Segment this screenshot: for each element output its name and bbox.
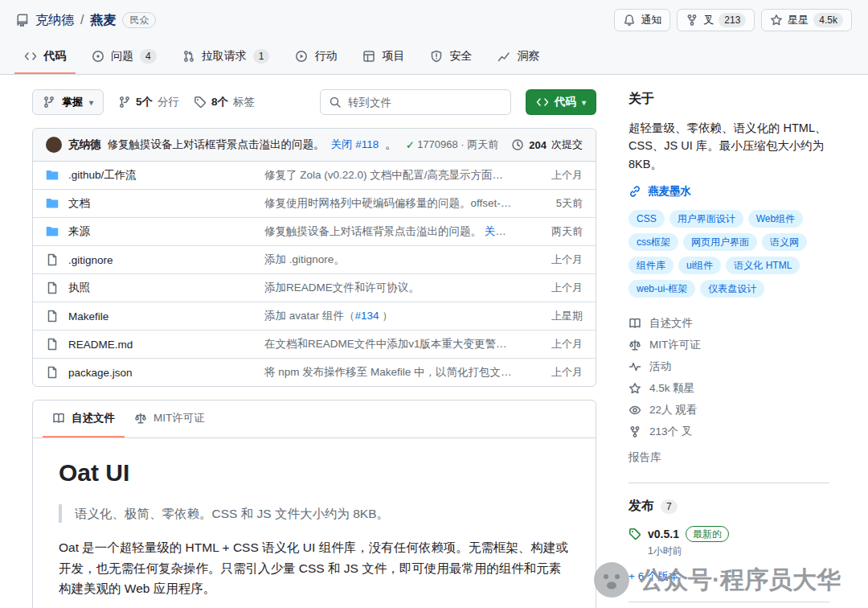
sidebar-item-forks[interactable]: 213个 叉 — [628, 421, 829, 442]
history-icon — [511, 138, 524, 151]
issues-count: 4 — [140, 49, 157, 64]
tab-insights[interactable]: 洞察 — [488, 40, 549, 74]
tab-issues[interactable]: 问题 4 — [82, 40, 166, 74]
topic-pill[interactable]: css框架 — [628, 233, 678, 251]
commit-author-link[interactable]: 克纳德 — [68, 138, 101, 152]
website-link[interactable]: 燕麦墨水 — [628, 184, 829, 199]
about-section: 关于 超轻量级、零依赖、语义化的 HTML、CSS、JS UI 库。最小压缩包大… — [628, 91, 829, 483]
commit-history-link[interactable]: 204 次提交 — [511, 138, 583, 152]
tab-license[interactable]: MIT许可证 — [125, 401, 215, 438]
go-to-file-search[interactable] — [320, 89, 511, 115]
row-commit-message[interactable]: 在文档和README文件中添加v1版本重大变更警告。 — [264, 338, 514, 350]
row-commit-message[interactable]: 添加 .gitignore。 — [264, 253, 345, 265]
repo-nav: 代码 问题 4 拉取请求 1 行动 项目 安全 洞察 — [0, 40, 868, 75]
commit-hash-time[interactable]: 1770968 · 两天前 — [417, 138, 498, 152]
file-toolbar: 掌握 ▾ 5个 分行 8个 标签 — [32, 89, 596, 115]
row-time: 上个月 — [514, 281, 583, 295]
folder-icon — [46, 225, 59, 238]
branch-icon — [118, 96, 131, 109]
topic-pill[interactable]: 组件库 — [628, 257, 674, 274]
file-name-link[interactable]: .gitignore — [68, 254, 113, 266]
table-row: .gitignore 添加 .gitignore。 上个月 — [33, 245, 596, 273]
file-name-link[interactable]: 来源 — [68, 224, 90, 239]
repo-name-link[interactable]: 燕麦 — [90, 12, 116, 29]
release-version[interactable]: v0.5.1 — [648, 528, 679, 540]
file-name-link[interactable]: 文档 — [68, 196, 90, 211]
sidebar-item-label: 活动 — [649, 359, 671, 374]
branches-link[interactable]: 5个 分行 — [118, 95, 179, 109]
row-commit-link[interactable]: 关闭 #118 — [485, 225, 514, 237]
star-label: 星星 — [788, 13, 809, 27]
tab-label: 问题 — [111, 49, 133, 64]
sidebar-item-watching[interactable]: 22人 观看 — [628, 399, 829, 421]
commit-message-link[interactable]: 修复触摸设备上对话框背景点击溢出的问题。 — [108, 138, 325, 152]
file-name-link[interactable]: README.md — [68, 339, 133, 351]
tab-security[interactable]: 安全 — [420, 40, 481, 74]
check-icon[interactable]: ✓ — [406, 138, 415, 151]
fork-button[interactable]: 叉 213 — [677, 9, 755, 31]
notifications-button[interactable]: 通知 — [614, 9, 670, 31]
readme-quote: 语义化、极简、零依赖。CSS 和 JS 文件大小约为 8KB。 — [59, 504, 570, 523]
breadcrumb-separator: / — [80, 13, 84, 27]
table-row: 执照 添加README文件和许可协议。 上个月 — [33, 273, 596, 302]
code-button-label: 代码 — [555, 95, 576, 109]
file-name-link[interactable]: package.json — [68, 367, 133, 379]
topic-pill[interactable]: CSS — [628, 210, 665, 228]
tags-link[interactable]: 8个 标签 — [194, 95, 255, 109]
readme-title: Oat UI — [59, 459, 570, 487]
report-repository-link[interactable]: 报告库 — [628, 450, 829, 465]
topic-pill[interactable]: 语义化 HTML — [726, 257, 800, 274]
row-commit-link[interactable]: #134 — [355, 310, 379, 322]
sidebar-item-readme[interactable]: 自述文件 — [628, 312, 829, 334]
row-time: 上个月 — [514, 253, 583, 267]
avatar[interactable] — [46, 137, 62, 153]
go-to-file-input[interactable] — [348, 97, 502, 109]
law-icon — [134, 412, 147, 425]
readme-paragraph: Oat 是一个超轻量级的 HTML + CSS 语义化 UI 组件库，没有任何依… — [59, 537, 570, 599]
tab-pull-requests[interactable]: 拉取请求 1 — [173, 40, 280, 74]
table-row: Makefile 添加 avatar 组件（#134 ） 上星期 — [33, 302, 596, 330]
commit-issue-link[interactable]: 关闭 #118 — [331, 138, 379, 152]
topic-pill[interactable]: 仪表盘设计 — [700, 280, 764, 298]
tab-label: 安全 — [449, 49, 472, 64]
release-time: 1小时前 — [648, 544, 729, 558]
repo-owner-link[interactable]: 克纳德 — [35, 12, 74, 29]
releases-title-label[interactable]: 发布 — [628, 498, 654, 515]
row-commit-message[interactable]: 添加 avatar 组件（ — [264, 310, 355, 322]
topic-pill[interactable]: 语义网 — [762, 233, 807, 251]
topic-pill[interactable]: Web组件 — [748, 210, 803, 228]
page-body: 掌握 ▾ 5个 分行 8个 标签 — [0, 75, 868, 608]
latest-release[interactable]: v0.5.1 最新的 1小时前 — [628, 526, 829, 558]
tab-readme[interactable]: 自述文件 — [43, 401, 125, 438]
fork-count: 213 — [719, 13, 746, 27]
file-name-link[interactable]: 执照 — [68, 281, 90, 295]
tab-code[interactable]: 代码 — [14, 40, 76, 74]
code-download-button[interactable]: 代码 ▾ — [526, 89, 596, 115]
folder-icon — [46, 197, 59, 210]
tab-label: 项目 — [382, 49, 404, 64]
branch-selector[interactable]: 掌握 ▾ — [32, 89, 104, 115]
topic-pill[interactable]: web-ui-框架 — [628, 280, 695, 298]
file-name-link[interactable]: Makefile — [68, 310, 108, 322]
row-commit-message[interactable]: 将 npm 发布操作移至 Makefile 中，以简化打包文件的路径。 — [264, 366, 514, 378]
row-commit-message[interactable]: 修复使用时网格列中硬编码偏移量的问题。offset-*。 — [264, 197, 514, 209]
tab-projects[interactable]: 项目 — [353, 40, 414, 74]
pull-requests-count: 1 — [253, 49, 270, 64]
file-icon — [46, 281, 59, 294]
sidebar-item-activity[interactable]: 活动 — [628, 355, 829, 377]
topic-pill[interactable]: 网页用户界面 — [683, 233, 757, 251]
tag-icon — [194, 96, 207, 109]
tab-actions[interactable]: 行动 — [285, 40, 346, 74]
file-name-link[interactable]: .github/工作流 — [68, 168, 137, 183]
row-commit-message[interactable]: 修复了 Zola (v0.22.0) 文档中配置/高亮显示方面的重大更改。 … — [264, 169, 514, 181]
topic-pill[interactable]: 用户界面设计 — [669, 210, 743, 228]
row-commit-message[interactable]: 添加README文件和许可协议。 — [264, 281, 420, 294]
fork-label: 叉 — [703, 13, 714, 27]
projects-icon — [362, 50, 375, 63]
row-time: 5天前 — [514, 196, 583, 211]
topic-pill[interactable]: ui组件 — [678, 257, 721, 274]
sidebar-item-stars[interactable]: 4.5k 颗星 — [628, 377, 829, 399]
sidebar-item-license[interactable]: MIT许可证 — [628, 334, 829, 355]
row-commit-message[interactable]: 修复触摸设备上对话框背景点击溢出的问题。 — [264, 225, 485, 237]
star-button[interactable]: 星星 4.5k — [761, 9, 852, 31]
